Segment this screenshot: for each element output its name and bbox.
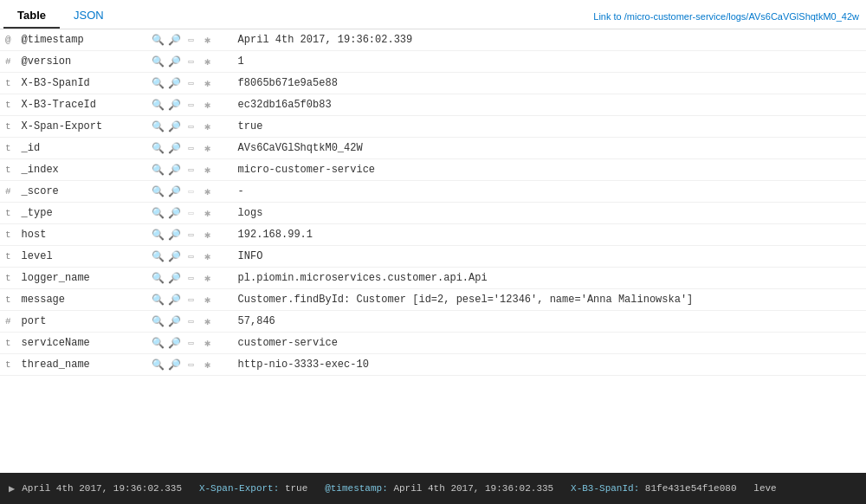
zoom-minus-icon[interactable]: 🔎 [168,293,182,307]
zoom-plus-icon: 🔍 [152,206,165,220]
table-icon[interactable]: ▭ [184,314,198,328]
top-tabs: Table JSON Link to /micro-customer-servi… [0,0,866,29]
table-row: t thread_name 🔍 🔎 ▭ ✱ http-nio-3333-exec… [0,354,866,376]
zoom-minus-icon[interactable]: 🔎 [168,33,182,47]
field-name: serviceName [16,333,146,354]
zoom-plus-icon[interactable]: 🔍 [152,163,165,177]
zoom-plus-icon[interactable]: 🔍 [152,249,165,263]
table-icon[interactable]: ▭ [184,120,198,133]
field-icons: 🔍 🔎 ▭ ✱ [146,94,233,116]
field-name: level [16,246,146,268]
zoom-plus-icon[interactable]: 🔍 [152,336,165,350]
tab-json[interactable]: JSON [60,3,118,29]
zoom-plus-icon[interactable]: 🔍 [152,293,165,307]
table-row: t logger_name 🔍 🔎 ▭ ✱ pl.piomin.microser… [0,268,866,289]
top-link[interactable]: Link to /micro-customer-service/logs/AVs… [593,11,859,22]
table-icon[interactable]: ▭ [184,336,198,350]
exists-icon[interactable]: ✱ [201,314,215,328]
field-icons: 🔍 🔎 ▭ ✱ [146,289,233,311]
exists-icon[interactable]: ✱ [201,33,215,47]
field-value: Customer.findById: Customer [id=2, pesel… [233,289,866,311]
exists-icon[interactable]: ✱ [201,98,215,112]
table-icon[interactable]: ▭ [184,141,198,155]
field-type: t [0,203,16,224]
exists-icon[interactable]: ✱ [201,76,215,90]
table-row: t message 🔍 🔎 ▭ ✱ Customer.findById: Cus… [0,289,866,311]
field-icons: 🔍 🔎 ▭ ✱ [146,51,233,73]
exists-icon[interactable]: ✱ [201,336,215,350]
exists-icon[interactable]: ✱ [201,271,215,285]
table-row: t X-Span-Export 🔍 🔎 ▭ ✱ true [0,116,866,138]
zoom-minus-icon[interactable]: 🔎 [168,271,182,285]
field-name: _type [16,203,146,224]
zoom-plus-icon[interactable]: 🔍 [152,228,165,242]
table-icon[interactable]: ▭ [184,249,198,263]
zoom-minus-icon[interactable]: 🔎 [168,98,182,112]
tab-table[interactable]: Table [3,3,60,29]
zoom-minus-icon[interactable]: 🔎 [168,314,182,328]
field-icons: 🔍 🔎 ▭ ✱ [146,159,233,181]
zoom-plus-icon[interactable]: 🔍 [152,33,165,47]
exists-icon[interactable]: ✱ [201,228,215,242]
field-name: X-Span-Export [16,116,146,138]
zoom-plus-icon[interactable]: 🔍 [152,358,165,372]
exists-icon[interactable]: ✱ [201,293,215,307]
field-icons: 🔍 🔎 ▭ ✱ [146,73,233,94]
field-name: X-B3-SpanId [16,73,146,94]
field-value: true [233,116,866,138]
zoom-minus-icon[interactable]: 🔎 [168,336,182,350]
table-row: t host 🔍 🔎 ▭ ✱ 192.168.99.1 [0,224,866,246]
zoom-minus-icon[interactable]: 🔎 [168,141,182,155]
field-name: @timestamp [16,29,146,51]
field-type: # [0,51,16,73]
table-icon: ▭ [184,184,198,198]
table-row: t X-B3-SpanId 🔍 🔎 ▭ ✱ f8065b671e9a5e88 [0,73,866,94]
field-value: micro-customer-service [233,159,866,181]
field-icons: 🔍 🔎 ▭ ✱ [146,246,233,268]
table-icon[interactable]: ▭ [184,271,198,285]
field-type: t [0,159,16,181]
field-icons: 🔍 🔎 ▭ ✱ [146,138,233,159]
exists-icon[interactable]: ✱ [201,141,215,155]
zoom-plus-icon[interactable]: 🔍 [152,271,165,285]
zoom-plus-icon[interactable]: 🔍 [152,76,165,90]
table-icon[interactable]: ▭ [184,163,198,177]
field-type: @ [0,29,16,51]
field-value: 192.168.99.1 [233,224,866,246]
zoom-plus-icon[interactable]: 🔍 [152,98,165,112]
exists-icon[interactable]: ✱ [201,163,215,177]
zoom-minus-icon[interactable]: 🔎 [168,228,182,242]
exists-icon[interactable]: ✱ [201,120,215,133]
field-type: t [0,354,16,376]
field-value: 57,846 [233,311,866,333]
field-value: INFO [233,246,866,268]
table-icon[interactable]: ▭ [184,228,198,242]
table-icon[interactable]: ▭ [184,98,198,112]
table-icon[interactable]: ▭ [184,358,198,372]
table-icon[interactable]: ▭ [184,293,198,307]
field-name: _index [16,159,146,181]
exists-icon: ✱ [201,184,215,198]
zoom-plus-icon[interactable]: 🔍 [152,141,165,155]
zoom-plus-icon[interactable]: 🔍 [152,120,165,133]
exists-icon[interactable]: ✱ [201,249,215,263]
zoom-minus-icon[interactable]: 🔎 [168,163,182,177]
zoom-minus-icon[interactable]: 🔎 [168,358,182,372]
table-icon[interactable]: ▭ [184,33,198,47]
zoom-minus-icon[interactable]: 🔎 [168,76,182,90]
zoom-minus-icon[interactable]: 🔎 [168,120,182,133]
field-type: t [0,138,16,159]
zoom-minus-icon[interactable]: 🔎 [168,249,182,263]
fields-table: @ @timestamp 🔍 🔎 ▭ ✱ April 4th 2017, 19:… [0,29,866,376]
exists-icon[interactable]: ✱ [201,55,215,68]
table-icon[interactable]: ▭ [184,76,198,90]
zoom-plus-icon[interactable]: 🔍 [152,314,165,328]
table-row: # port 🔍 🔎 ▭ ✱ 57,846 [0,311,866,333]
zoom-plus-icon[interactable]: 🔍 [152,55,165,68]
table-icon[interactable]: ▭ [184,55,198,68]
zoom-plus-icon: 🔍 [152,184,165,198]
field-type: # [0,181,16,203]
table-row: # _score 🔍 🔎 ▭ ✱ - [0,181,866,203]
exists-icon[interactable]: ✱ [201,358,215,372]
zoom-minus-icon[interactable]: 🔎 [168,55,182,68]
